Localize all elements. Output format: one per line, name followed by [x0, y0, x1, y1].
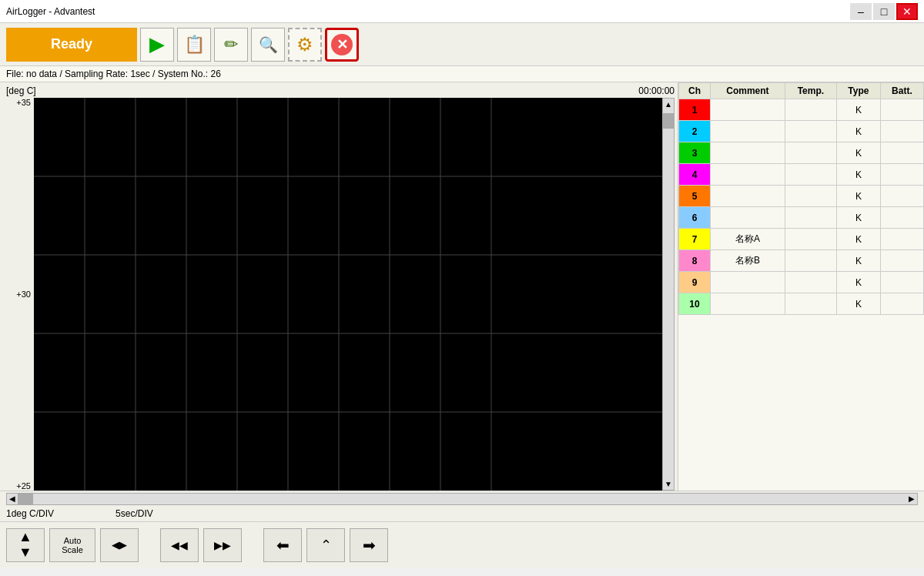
- time-display: 00:00:00: [638, 85, 675, 96]
- minimize-button[interactable]: –: [850, 3, 872, 20]
- table-row: 3K: [679, 142, 924, 164]
- temp-cell: [785, 272, 836, 293]
- type-cell: K: [837, 142, 881, 164]
- temp-cell: [785, 186, 836, 207]
- table-row: 6K: [679, 207, 924, 229]
- up-arrow-icon: ▲: [18, 530, 32, 545]
- chart-scrollbar-vertical[interactable]: ▲ ▼: [662, 98, 675, 491]
- search-icon: 🔍: [259, 35, 278, 54]
- up-down-button[interactable]: ▲ ▼: [6, 528, 45, 562]
- table-row: 2K: [679, 121, 924, 142]
- table-row: 1K: [679, 99, 924, 121]
- data-table-panel: Ch Comment Temp. Type Batt. 1K2K3K4K5K6K…: [678, 82, 924, 491]
- type-cell: K: [837, 250, 881, 272]
- toolbar: Ready ▶ 📋 ✏ 🔍 ⚙ ✕: [0, 23, 924, 66]
- cursor-button[interactable]: ⌃: [306, 528, 345, 562]
- auto-scale-button[interactable]: AutoScale: [49, 528, 95, 562]
- type-cell: K: [837, 207, 881, 229]
- batt-cell: [880, 272, 923, 293]
- comment-cell: [711, 142, 785, 164]
- table-row: 9K: [679, 272, 924, 293]
- table-row: 5K: [679, 186, 924, 207]
- batt-cell: [880, 99, 923, 121]
- table-row: 10K: [679, 293, 924, 315]
- temp-cell: [785, 250, 836, 272]
- window-controls: – □ ✕: [850, 3, 918, 20]
- ch-cell: 6: [679, 207, 711, 229]
- title-bar: AirLogger - Advantest – □ ✕: [0, 0, 924, 23]
- skip-forward-icon: ▶▶: [214, 539, 231, 551]
- play-icon: ▶: [149, 32, 165, 56]
- info-bar: File: no data / Sampling Rate: 1sec / Sy…: [0, 66, 924, 82]
- scroll-left-arrow[interactable]: ◀: [7, 494, 18, 503]
- gear-icon: ⚙: [296, 34, 313, 55]
- controls-bar: ▲ ▼ AutoScale ◀▶ ◀◀ ▶▶ ⬅ ⌃ ➡: [0, 521, 924, 568]
- scroll-right-button[interactable]: ➡: [350, 528, 388, 562]
- comment-cell: [711, 207, 785, 229]
- scroll-right-arrow[interactable]: ▶: [906, 494, 917, 503]
- skip-forward-button[interactable]: ▶▶: [203, 528, 242, 562]
- scroll-left-icon: ⬅: [276, 536, 290, 554]
- scroll-left-button[interactable]: ⬅: [263, 528, 302, 562]
- comment-cell: [711, 186, 785, 207]
- col-header-type: Type: [837, 83, 881, 99]
- settings-button[interactable]: ⚙: [288, 28, 322, 62]
- scroll-down-arrow[interactable]: ▼: [663, 478, 674, 490]
- chart-plot-area[interactable]: [34, 98, 662, 491]
- chart-header: [deg C] 00:00:00: [6, 85, 675, 96]
- type-cell: K: [837, 186, 881, 207]
- y-axis: +35 +30 +25: [6, 98, 34, 491]
- scroll-thumb-h[interactable]: [18, 494, 33, 504]
- auto-scale-label: AutoScale: [62, 536, 83, 554]
- col-header-ch: Ch: [679, 83, 711, 99]
- scale-bar: 1deg C/DIV 5sec/DIV: [0, 506, 924, 521]
- col-header-batt: Batt.: [880, 83, 923, 99]
- batt-cell: [880, 229, 923, 250]
- x-scale-label: 5sec/DIV: [116, 508, 153, 519]
- temp-cell: [785, 207, 836, 229]
- skip-backward-icon: ◀◀: [171, 539, 188, 551]
- batt-cell: [880, 142, 923, 164]
- log-icon: 📋: [184, 35, 205, 55]
- temp-cell: [785, 99, 836, 121]
- compress-button[interactable]: ◀▶: [100, 528, 139, 562]
- ch-cell: 4: [679, 164, 711, 186]
- ch-cell: 2: [679, 121, 711, 142]
- main-area: [deg C] 00:00:00 +35 +30 +25: [0, 82, 924, 491]
- chart-wrapper: +35 +30 +25: [6, 98, 675, 491]
- scroll-thumb-v[interactable]: [663, 113, 674, 129]
- ch-cell: 9: [679, 272, 711, 293]
- skip-backward-button[interactable]: ◀◀: [160, 528, 199, 562]
- table-row: 4K: [679, 164, 924, 186]
- ready-button[interactable]: Ready: [6, 28, 137, 62]
- chart-scrollbar-horizontal[interactable]: ◀ ▶: [6, 493, 918, 505]
- batt-cell: [880, 293, 923, 315]
- chart-container: [deg C] 00:00:00 +35 +30 +25: [0, 82, 678, 491]
- restore-button[interactable]: □: [873, 3, 895, 20]
- scroll-up-arrow[interactable]: ▲: [663, 99, 674, 110]
- edit-button[interactable]: ✏: [214, 28, 248, 62]
- table-row: 7名称AK: [679, 229, 924, 250]
- compress-icon: ◀▶: [112, 539, 127, 551]
- batt-cell: [880, 186, 923, 207]
- temp-cell: [785, 142, 836, 164]
- log-button[interactable]: 📋: [177, 28, 211, 62]
- stop-icon: ✕: [331, 34, 353, 55]
- stop-button[interactable]: ✕: [325, 28, 359, 62]
- type-cell: K: [837, 164, 881, 186]
- batt-cell: [880, 121, 923, 142]
- file-info-text: File: no data / Sampling Rate: 1sec / Sy…: [6, 69, 221, 79]
- ch-cell: 7: [679, 229, 711, 250]
- close-button[interactable]: ✕: [896, 3, 918, 20]
- down-arrow-icon: ▼: [18, 545, 32, 561]
- channel-table: Ch Comment Temp. Type Batt. 1K2K3K4K5K6K…: [678, 82, 924, 315]
- search-button[interactable]: 🔍: [251, 28, 285, 62]
- ch-cell: 3: [679, 142, 711, 164]
- ch-cell: 8: [679, 250, 711, 272]
- scroll-right-icon: ➡: [363, 536, 376, 554]
- temp-cell: [785, 121, 836, 142]
- y-max: +35: [6, 98, 31, 107]
- batt-cell: [880, 250, 923, 272]
- play-button[interactable]: ▶: [140, 28, 174, 62]
- table-row: 8名称BK: [679, 250, 924, 272]
